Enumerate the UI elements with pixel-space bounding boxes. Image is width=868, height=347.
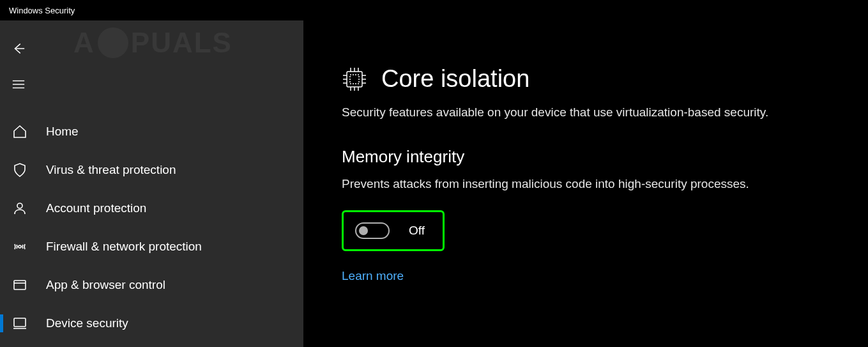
nav-item-virus-threat[interactable]: Virus & threat protection <box>0 151 303 189</box>
window-titlebar: Windows Security <box>0 0 868 20</box>
svg-point-4 <box>19 245 21 248</box>
sidebar: APUALS Home Virus & thre <box>0 20 303 347</box>
toggle-highlight-box: Off <box>342 210 445 251</box>
hamburger-button[interactable] <box>0 68 36 104</box>
toggle-state-label: Off <box>409 224 425 238</box>
person-icon <box>11 200 28 217</box>
nav-item-app-browser[interactable]: App & browser control <box>0 266 303 304</box>
nav-item-label: App & browser control <box>46 278 165 292</box>
nav-item-account-protection[interactable]: Account protection <box>0 189 303 227</box>
back-button[interactable] <box>0 32 36 68</box>
app-icon <box>11 277 28 293</box>
page-header: Core isolation <box>342 65 868 93</box>
nav-item-label: Virus & threat protection <box>46 163 176 177</box>
nav-item-label: Firewall & network protection <box>46 240 202 254</box>
nav-item-device-security[interactable]: Device security <box>0 304 303 343</box>
section-title-memory-integrity: Memory integrity <box>342 147 868 167</box>
svg-rect-9 <box>347 72 362 87</box>
svg-point-3 <box>17 203 22 208</box>
window-title: Windows Security <box>9 6 75 15</box>
nav-item-home[interactable]: Home <box>0 112 303 151</box>
nav-item-label: Home <box>46 125 79 139</box>
home-icon <box>11 123 28 140</box>
core-isolation-icon <box>342 66 367 92</box>
memory-integrity-toggle[interactable] <box>355 222 390 239</box>
section-description: Prevents attacks from inserting maliciou… <box>342 176 757 193</box>
nav-list: Home Virus & threat protection Account p… <box>0 112 303 343</box>
device-icon <box>11 315 28 332</box>
nav-item-label: Account protection <box>46 201 146 215</box>
learn-more-link[interactable]: Learn more <box>342 269 404 282</box>
svg-rect-7 <box>14 318 26 327</box>
nav-item-firewall-network[interactable]: Firewall & network protection <box>0 227 303 266</box>
watermark-icon <box>98 27 128 58</box>
shield-icon <box>11 162 28 178</box>
svg-rect-5 <box>14 281 26 289</box>
main-content: Core isolation Security features availab… <box>303 20 868 347</box>
watermark: APUALS <box>73 27 232 59</box>
hamburger-icon <box>11 77 26 94</box>
back-arrow-icon <box>11 42 26 58</box>
page-title: Core isolation <box>381 65 529 93</box>
nav-item-label: Device security <box>46 316 128 330</box>
network-icon <box>11 238 28 255</box>
app-body: APUALS Home Virus & thre <box>0 20 868 347</box>
svg-rect-10 <box>350 75 359 84</box>
page-description: Security features available on your devi… <box>342 104 802 121</box>
